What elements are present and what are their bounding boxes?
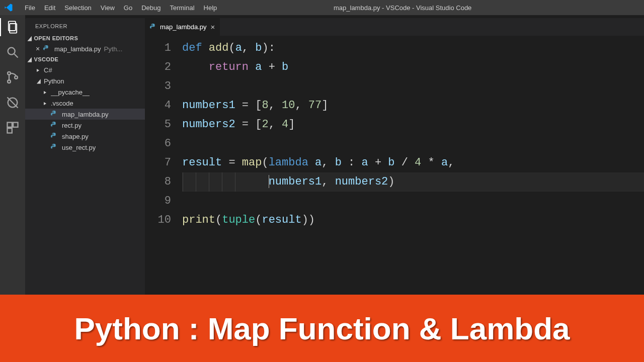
search-activity-icon[interactable]	[6, 45, 20, 59]
tree-label: map_lambda.py	[62, 111, 109, 118]
open-editors-label: OPEN EDITORS	[34, 35, 78, 41]
tab-label: map_lambda.py	[160, 23, 207, 31]
activity-bar	[0, 15, 25, 295]
source-control-activity-icon[interactable]	[6, 70, 20, 84]
python-file-icon	[43, 45, 51, 52]
file-item[interactable]: shape.py	[25, 131, 145, 142]
banner: Python : Map Function & Lambda	[0, 295, 644, 362]
python-file-icon	[51, 111, 59, 118]
tree-label: rect.py	[62, 122, 82, 129]
folder-item[interactable]: ▸.vscode	[25, 98, 145, 109]
explorer-panel: EXPLORER ◢ OPEN EDITORS × map_lambda.py …	[25, 18, 145, 295]
tab-bar: map_lambda.py ×	[145, 18, 644, 36]
banner-text: Python : Map Function & Lambda	[74, 311, 570, 346]
svg-rect-9	[8, 123, 12, 127]
editor-group: map_lambda.py × 12345678910 def add(a, b…	[145, 18, 644, 295]
vscode-logo-icon	[4, 3, 13, 12]
svg-rect-11	[8, 128, 12, 133]
menu-edit[interactable]: Edit	[40, 4, 60, 12]
debug-activity-icon[interactable]	[6, 96, 20, 110]
tree-label: C#	[44, 66, 52, 74]
folder-item[interactable]: ◢Python	[25, 75, 145, 86]
python-file-icon	[51, 122, 59, 129]
close-tab-icon[interactable]: ×	[211, 23, 215, 31]
python-file-icon	[51, 144, 59, 151]
open-editor-desc: Pyth...	[104, 45, 123, 53]
open-editor-name: map_lambda.py	[54, 45, 101, 53]
title-bar: FileEditSelectionViewGoDebugTerminalHelp…	[0, 0, 644, 15]
explorer-activity-icon[interactable]	[6, 20, 20, 34]
chevron-icon: ▸	[37, 66, 42, 73]
menu-debug[interactable]: Debug	[137, 4, 165, 12]
code-editor[interactable]: 12345678910 def add(a, b): return a + b …	[145, 36, 644, 295]
workspace-section[interactable]: ◢ VSCODE	[25, 54, 145, 64]
folder-item[interactable]: ▸__pycache__	[25, 86, 145, 98]
tree-label: shape.py	[62, 133, 89, 140]
close-icon[interactable]: ×	[34, 45, 41, 53]
open-editor-item[interactable]: × map_lambda.py Pyth...	[25, 43, 145, 54]
menu-go[interactable]: Go	[119, 4, 137, 12]
file-item[interactable]: rect.py	[25, 120, 145, 131]
tree-label: Python	[44, 77, 64, 85]
workbench: EXPLORER ◢ OPEN EDITORS × map_lambda.py …	[0, 15, 644, 295]
menu-selection[interactable]: Selection	[60, 4, 96, 12]
chevron-icon: ◢	[37, 77, 42, 84]
menu-view[interactable]: View	[96, 4, 119, 12]
svg-point-4	[8, 72, 11, 75]
folder-item[interactable]: ▸C#	[25, 64, 145, 75]
svg-rect-10	[13, 123, 18, 127]
svg-point-5	[8, 80, 11, 83]
extensions-activity-icon[interactable]	[6, 121, 20, 135]
editor-tab[interactable]: map_lambda.py ×	[145, 18, 220, 36]
file-item[interactable]: map_lambda.py	[25, 109, 145, 120]
chevron-down-icon: ◢	[28, 35, 32, 42]
file-item[interactable]: use_rect.py	[25, 142, 145, 153]
chevron-icon: ▸	[44, 100, 49, 107]
svg-line-3	[15, 54, 18, 58]
chevron-down-icon: ◢	[28, 56, 32, 63]
python-file-icon	[51, 133, 59, 140]
line-gutter: 12345678910	[145, 39, 182, 295]
workspace-label: VSCODE	[34, 56, 58, 62]
menu-terminal[interactable]: Terminal	[165, 4, 199, 12]
python-file-icon	[150, 24, 157, 31]
tree-label: __pycache__	[51, 88, 90, 96]
code-content[interactable]: def add(a, b): return a + b numbers1 = […	[182, 39, 644, 295]
explorer-title: EXPLORER	[25, 18, 145, 33]
menu-file[interactable]: File	[20, 4, 40, 12]
window-title: map_lambda.py - VSCode - Visual Studio C…	[221, 4, 644, 12]
tree-label: .vscode	[51, 100, 73, 107]
chevron-icon: ▸	[44, 88, 49, 96]
tree-label: use_rect.py	[62, 144, 96, 151]
svg-point-2	[8, 48, 15, 55]
open-editors-section[interactable]: ◢ OPEN EDITORS	[25, 33, 145, 43]
svg-point-6	[15, 76, 18, 79]
menu-help[interactable]: Help	[199, 4, 222, 12]
